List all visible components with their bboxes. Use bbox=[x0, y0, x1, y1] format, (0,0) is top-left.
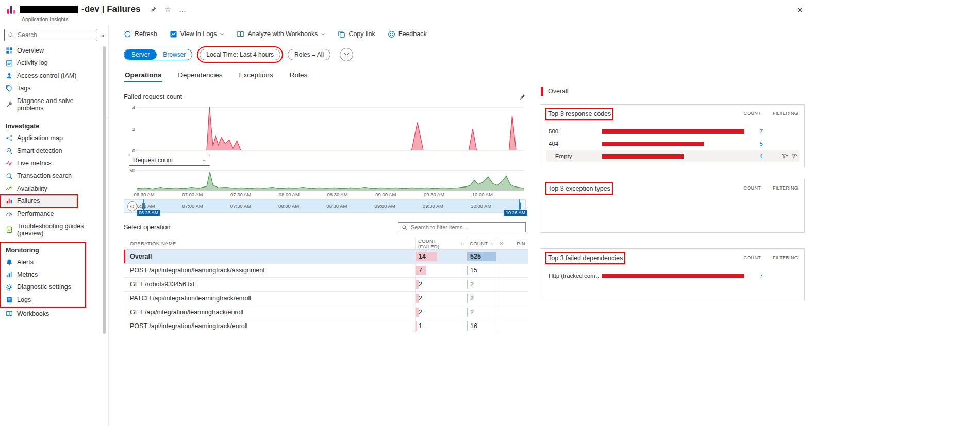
card-row-404[interactable]: 4045 bbox=[546, 138, 799, 149]
count-bar bbox=[602, 274, 744, 278]
sidebar-search-box[interactable] bbox=[4, 29, 97, 41]
sidebar-item-workbooks[interactable]: Workbooks bbox=[0, 308, 108, 320]
card-row-http-tracked-com[interactable]: Http (tracked com…7 bbox=[546, 270, 799, 281]
gauge-icon bbox=[6, 210, 13, 217]
sidebar-item-label: Live metrics bbox=[17, 160, 52, 167]
pin-cell[interactable] bbox=[496, 319, 528, 333]
operation-name: GET /api/integration/learningtrack/enrol… bbox=[124, 305, 415, 319]
logs-icon bbox=[6, 296, 13, 303]
tab-exceptions[interactable]: Exceptions bbox=[238, 69, 274, 82]
time-axis-label: 07:00 AM bbox=[182, 192, 203, 197]
sidebar-item-logs[interactable]: Logs bbox=[0, 294, 86, 306]
metric-selector-dropdown[interactable]: Request count bbox=[129, 155, 210, 166]
tab-operations[interactable]: Operations bbox=[124, 69, 162, 82]
more-options-icon[interactable]: … bbox=[179, 5, 186, 13]
analyze-with-workbooks-button[interactable]: Analyze with Workbooks bbox=[237, 30, 325, 38]
filter-exclude-icon[interactable] bbox=[791, 153, 798, 160]
sidebar-scrollbar[interactable] bbox=[103, 46, 106, 334]
map-icon bbox=[6, 134, 13, 142]
copy-link-button[interactable]: Copy link bbox=[338, 30, 375, 38]
sidebar-item-access-control-iam[interactable]: Access control (IAM) bbox=[0, 70, 108, 82]
failure-tabs: Operations Dependencies Exceptions Roles bbox=[124, 69, 541, 82]
table-row-overall[interactable]: Overall14525 bbox=[124, 250, 528, 264]
sidebar-item-label: Metrics bbox=[17, 271, 38, 278]
server-segment[interactable]: Server bbox=[124, 49, 157, 60]
sidebar-item-availability[interactable]: Availability bbox=[0, 182, 108, 195]
sidebar-item-transaction-search[interactable]: Transaction search bbox=[0, 169, 108, 182]
table-row-post-api-integration-learningtrack-assignment[interactable]: POST /api/integration/learningtrack/assi… bbox=[124, 264, 528, 278]
close-blade-icon[interactable]: ✕ bbox=[793, 5, 806, 16]
command-bar: Refresh View in Logs Analyze with Workbo… bbox=[124, 25, 541, 43]
sort-icon[interactable]: ↑↓ bbox=[460, 241, 464, 246]
sidebar-item-label: Availability bbox=[17, 185, 47, 192]
brush-reset-button[interactable] bbox=[127, 201, 137, 211]
sidebar-item-alerts[interactable]: Alerts bbox=[0, 256, 86, 268]
card-row-count: 7 bbox=[748, 272, 763, 279]
server-browser-toggle[interactable]: Server Browser bbox=[124, 49, 192, 60]
sidebar-item-troubleshooting-guides-preview[interactable]: Troubleshooting guides (preview) bbox=[0, 220, 108, 240]
sidebar-item-performance[interactable]: Performance bbox=[0, 208, 108, 220]
card-row-empty[interactable]: __Empty4 bbox=[546, 150, 799, 162]
sidebar-item-diagnose-and-solve-problems[interactable]: Diagnose and solve problems bbox=[0, 95, 108, 115]
favorite-star-icon[interactable]: ☆ bbox=[164, 5, 171, 13]
tab-dependencies[interactable]: Dependencies bbox=[177, 69, 223, 82]
sidebar-item-label: Application map bbox=[17, 134, 63, 142]
time-axis-labels: 06:30 AM07:00 AM07:30 AM08:00 AM08:30 AM… bbox=[137, 191, 524, 198]
pin-cell[interactable] bbox=[496, 278, 528, 291]
column-count[interactable]: COUNT ↑↓ bbox=[467, 237, 496, 249]
sidebar-item-label: Access control (IAM) bbox=[17, 72, 76, 79]
pin-cell[interactable] bbox=[496, 250, 528, 263]
sidebar-item-tags[interactable]: Tags bbox=[0, 82, 108, 94]
sidebar-item-live-metrics[interactable]: Live metrics bbox=[0, 157, 108, 169]
sidebar-item-failures[interactable]: Failures bbox=[0, 195, 77, 207]
pin-cell[interactable] bbox=[496, 264, 528, 277]
card-row-count: 5 bbox=[748, 141, 763, 147]
workbooks-icon bbox=[237, 30, 244, 38]
operation-name: POST /api/integration/learningtrack/enro… bbox=[124, 319, 415, 333]
redacted-resource-name bbox=[20, 6, 78, 13]
failed-request-count-chart[interactable]: 420 bbox=[137, 107, 524, 150]
sidebar-item-label: Diagnostic settings bbox=[17, 283, 71, 291]
sidebar-item-activity-log[interactable]: Activity log bbox=[0, 57, 108, 69]
time-range-pill[interactable]: Local Time: Last 4 hours bbox=[200, 49, 280, 60]
operation-filter-input[interactable] bbox=[410, 224, 522, 231]
table-row-get-api-integration-learningtrack-enroll[interactable]: GET /api/integration/learningtrack/enrol… bbox=[124, 305, 528, 319]
sidebar-collapse-icon[interactable]: « bbox=[100, 31, 106, 39]
sidebar-item-label: Workbooks bbox=[17, 310, 49, 317]
tab-roles[interactable]: Roles bbox=[289, 69, 309, 82]
resource-menu-sidebar: « OverviewActivity logAccess control (IA… bbox=[0, 25, 109, 426]
browser-segment[interactable]: Browser bbox=[157, 49, 192, 60]
view-in-logs-button[interactable]: View in Logs bbox=[170, 30, 225, 38]
count-bar-track bbox=[602, 154, 744, 159]
sidebar-item-metrics[interactable]: Metrics bbox=[0, 268, 86, 281]
pin-chart-icon[interactable] bbox=[518, 93, 526, 101]
summary-cards: Top 3 response codesCOUNTFILTERING500740… bbox=[541, 104, 805, 300]
pin-cell[interactable] bbox=[496, 305, 528, 319]
feedback-button[interactable]: Feedback bbox=[388, 30, 427, 38]
roles-filter-pill[interactable]: Roles = All bbox=[288, 49, 330, 60]
count-failed-cell: 14 bbox=[415, 250, 467, 263]
table-row-get-robots933456-txt[interactable]: GET /robots933456.txt22 bbox=[124, 278, 528, 292]
table-row-patch-api-integration-learningtrack-enroll[interactable]: PATCH /api/integration/learningtrack/enr… bbox=[124, 292, 528, 305]
sort-icon[interactable]: ↑↓ bbox=[490, 241, 493, 246]
sidebar-item-smart-detection[interactable]: Smart detection bbox=[0, 145, 108, 157]
refresh-button[interactable]: Refresh bbox=[124, 30, 157, 38]
copy-link-icon bbox=[338, 30, 345, 38]
resource-type-label: Application Insights bbox=[22, 16, 68, 22]
column-count-failed[interactable]: COUNT (FAILED) ↑↓ bbox=[415, 237, 467, 249]
sidebar-item-application-map[interactable]: Application map bbox=[0, 132, 108, 144]
pin-page-icon[interactable] bbox=[149, 6, 157, 13]
iam-icon bbox=[6, 72, 13, 79]
sidebar-search-input[interactable] bbox=[16, 31, 94, 39]
sidebar-item-overview[interactable]: Overview bbox=[0, 44, 108, 57]
table-row-post-api-integration-learningtrack-enroll[interactable]: POST /api/integration/learningtrack/enro… bbox=[124, 319, 528, 333]
chevron-down-icon bbox=[321, 32, 325, 37]
filter-include-icon[interactable] bbox=[782, 153, 788, 160]
sidebar-item-diagnostic-settings[interactable]: Diagnostic settings bbox=[0, 281, 86, 293]
time-range-brush[interactable]: 06:30 AM07:00 AM07:30 AM08:00 AM08:30 AM… bbox=[124, 199, 526, 213]
card-row-500[interactable]: 5007 bbox=[546, 126, 799, 137]
operation-filter-box[interactable] bbox=[398, 222, 526, 232]
pin-cell[interactable] bbox=[496, 292, 528, 305]
request-count-chart[interactable]: 50 bbox=[137, 170, 524, 191]
add-filter-button[interactable] bbox=[340, 48, 353, 61]
